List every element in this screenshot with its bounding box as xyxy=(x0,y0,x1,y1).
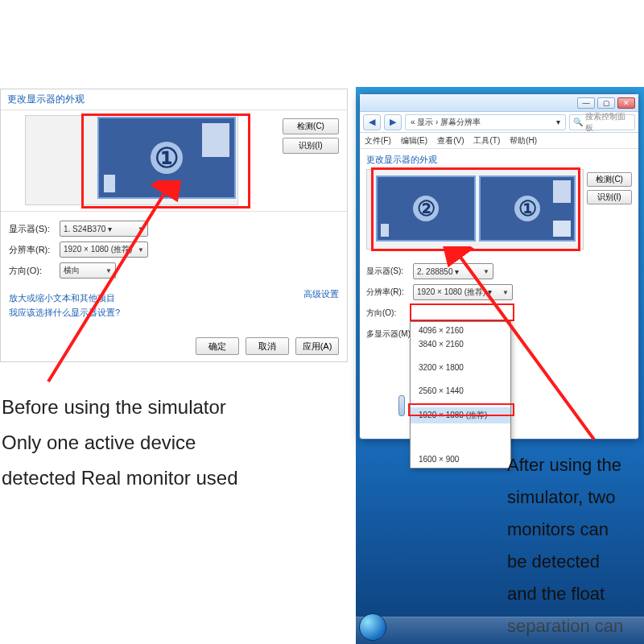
ok-button[interactable]: 确定 xyxy=(196,337,239,355)
chevron-down-icon: ▼ xyxy=(502,289,509,296)
identify-button[interactable]: 识别(I) xyxy=(283,138,339,154)
help-link-which-settings[interactable]: 我应该选择什么显示器设置? xyxy=(9,305,339,320)
section-title: 更改显示器的外观 xyxy=(366,154,632,166)
display-label: 显示器(S): xyxy=(9,223,53,235)
resolution-option[interactable]: 3840 × 2160 xyxy=(411,337,510,351)
section-title: 更改显示器的外观 xyxy=(1,89,347,110)
apply-button[interactable]: 应用(A) xyxy=(295,337,339,355)
orientation-select[interactable]: 横向▼ xyxy=(60,262,116,279)
chevron-down-icon: ▼ xyxy=(138,246,144,254)
breadcrumb[interactable]: « 显示 › 屏幕分辨率▾ xyxy=(405,114,566,130)
annotation-highlight-box xyxy=(408,403,514,416)
resolution-option[interactable]: 3200 × 1800 xyxy=(411,361,510,374)
menu-bar: 文件(F) 编辑(E) 查看(V) 工具(T) 帮助(H) xyxy=(360,133,638,149)
advanced-settings-link[interactable]: 高级设置 xyxy=(303,288,339,300)
orientation-label: 方向(O): xyxy=(366,308,407,319)
cancel-button[interactable]: 取消 xyxy=(246,337,289,355)
annotation-highlight-box xyxy=(410,303,514,321)
display-select[interactable]: 2. 288850 ▾▼ xyxy=(413,263,493,279)
help-link-scaling[interactable]: 放大或缩小文本和其他项目 xyxy=(9,291,339,305)
display-fields: 显示器(S): 1. S24B370 ▾▼ 分辨率(R): 1920 × 108… xyxy=(1,212,347,287)
resolution-select[interactable]: 1920 × 1080 (推荐)▼ xyxy=(60,242,148,258)
menu-file[interactable]: 文件(F) xyxy=(365,135,391,147)
menu-edit[interactable]: 编辑(E) xyxy=(401,135,427,147)
search-icon: 🔍 xyxy=(573,118,583,126)
resolution-option[interactable]: 2560 × 1440 xyxy=(411,384,510,398)
resolution-select[interactable]: 1920 × 1080 (推荐) ▾▼ xyxy=(413,284,513,300)
chevron-down-icon: ▼ xyxy=(105,267,112,275)
resolution-option[interactable]: 1600 × 900 xyxy=(411,452,510,466)
identify-button[interactable]: 识别(I) xyxy=(587,190,632,204)
annotation-highlight-box xyxy=(371,167,580,251)
caption-before: Before using the simulator Only one acti… xyxy=(2,390,348,496)
window-content: 更改显示器的外观 ② ① 检测(C) 识别(I) 显示器(S): xyxy=(360,149,638,348)
resolution-option[interactable] xyxy=(411,374,510,384)
resolution-option[interactable] xyxy=(411,423,510,433)
display-label: 显示器(S): xyxy=(366,266,407,277)
resolution-dropdown[interactable]: 4096 × 21603840 × 21603200 × 18002560 × … xyxy=(410,321,511,469)
search-input[interactable]: 🔍搜索控制面板 xyxy=(569,114,635,130)
monitor-arrangement-area: ② ① 检测(C) 识别(I) xyxy=(366,169,632,256)
resolution-option[interactable] xyxy=(411,433,510,443)
nav-back-button[interactable]: ◀ xyxy=(363,114,381,130)
detect-button[interactable]: 检测(C) xyxy=(283,118,339,134)
chevron-down-icon: ▼ xyxy=(138,225,144,233)
menu-view[interactable]: 查看(V) xyxy=(437,135,464,147)
resolution-label: 分辨率(R): xyxy=(366,287,407,298)
close-button[interactable]: ✕ xyxy=(617,97,635,109)
resolution-label: 分辨率(R): xyxy=(9,244,53,256)
windows-desktop: — ▢ ✕ ◀ ▶ « 显示 › 屏幕分辨率▾ 🔍搜索控制面板 文件(F) 编辑… xyxy=(356,87,644,644)
explorer-nav: ◀ ▶ « 显示 › 屏幕分辨率▾ 🔍搜索控制面板 xyxy=(360,112,638,133)
menu-help[interactable]: 帮助(H) xyxy=(510,135,537,147)
monitor-arrangement-area: 检测(C) 识别(I) xyxy=(1,110,347,212)
caption-after: After using the simulator, two monitors … xyxy=(507,449,639,644)
resolution-option[interactable] xyxy=(411,443,510,452)
window-titlebar[interactable]: — ▢ ✕ xyxy=(360,94,638,112)
resolution-option[interactable]: 4096 × 2160 xyxy=(411,324,510,337)
annotation-highlight-box xyxy=(81,114,250,208)
display-settings-before: 更改显示器的外观 检测(C) 识别(I) 显示器(S): 1. S24B370 … xyxy=(0,89,348,362)
display-select[interactable]: 1. S24B370 ▾▼ xyxy=(60,221,148,237)
slider-thumb[interactable] xyxy=(398,395,405,416)
chevron-down-icon: ▼ xyxy=(483,268,489,275)
maximize-button[interactable]: ▢ xyxy=(597,97,615,109)
taskbar[interactable] xyxy=(356,617,644,644)
minimize-button[interactable]: — xyxy=(577,97,595,109)
screen-resolution-window: — ▢ ✕ ◀ ▶ « 显示 › 屏幕分辨率▾ 🔍搜索控制面板 文件(F) 编辑… xyxy=(359,93,639,440)
resolution-option[interactable] xyxy=(411,351,510,361)
detect-button[interactable]: 检测(C) xyxy=(587,172,632,187)
menu-tools[interactable]: 工具(T) xyxy=(473,135,500,147)
orientation-label: 方向(O): xyxy=(9,265,53,277)
nav-forward-button[interactable]: ▶ xyxy=(384,114,402,130)
start-button[interactable] xyxy=(359,613,386,641)
